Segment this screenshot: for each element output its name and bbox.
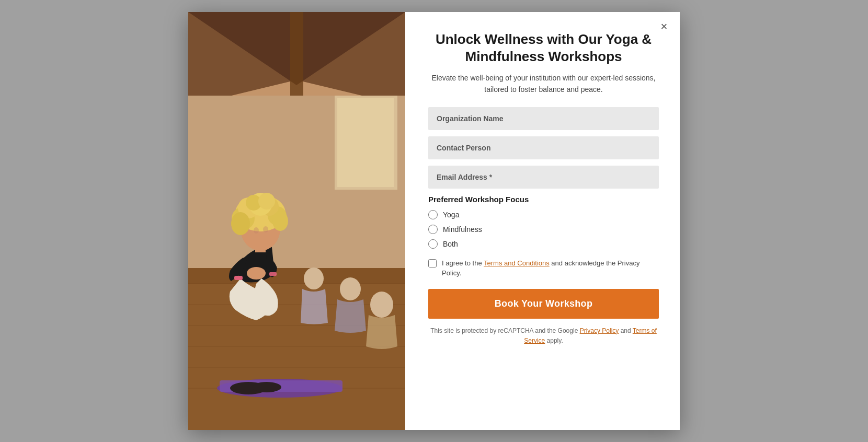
submit-button[interactable]: Book Your Workshop [428, 289, 659, 319]
modal-title: Unlock Wellness with Our Yoga & Mindfuln… [428, 31, 659, 65]
svg-rect-38 [269, 272, 277, 276]
svg-point-19 [304, 267, 324, 289]
radio-mindfulness[interactable] [428, 225, 438, 234]
radio-both[interactable] [428, 239, 438, 249]
close-button[interactable]: × [657, 19, 671, 34]
svg-point-17 [370, 292, 393, 318]
radio-both-item[interactable]: Both [428, 239, 659, 249]
radio-both-label: Both [443, 240, 458, 248]
svg-point-21 [252, 382, 281, 392]
terms-link[interactable]: Terms and Conditions [484, 259, 550, 267]
svg-rect-3 [290, 12, 303, 96]
recaptcha-notice: This site is protected by reCAPTCHA and … [428, 326, 659, 346]
email-input[interactable] [428, 166, 659, 189]
radio-yoga-item[interactable]: Yoga [428, 210, 659, 219]
radio-mindfulness-item[interactable]: Mindfulness [428, 225, 659, 234]
svg-rect-8 [188, 268, 405, 284]
modal-dialog: × Unlock Wellness with Our Yoga & Mindfu… [188, 12, 680, 430]
svg-point-34 [231, 212, 250, 235]
radio-mindfulness-label: Mindfulness [443, 225, 482, 234]
svg-point-22 [247, 267, 266, 280]
terms-label[interactable]: I agree to the Terms and Conditions and … [442, 258, 659, 278]
modal-subtitle: Elevate the well-being of your instituti… [428, 72, 659, 96]
recaptcha-privacy-link[interactable]: Privacy Policy [580, 327, 619, 334]
organization-name-input[interactable] [428, 107, 659, 130]
svg-rect-7 [188, 268, 405, 430]
terms-checkbox-row: I agree to the Terms and Conditions and … [428, 258, 659, 278]
contact-person-input[interactable] [428, 136, 659, 159]
svg-rect-23 [234, 276, 243, 280]
modal-form-panel: × Unlock Wellness with Our Yoga & Mindfu… [405, 12, 680, 430]
booking-form: Preferred Workshop Focus Yoga Mindfulnes… [428, 107, 659, 346]
svg-point-18 [340, 277, 361, 300]
radio-yoga[interactable] [428, 210, 438, 219]
svg-point-36 [254, 227, 259, 234]
svg-point-33 [258, 193, 275, 210]
svg-point-35 [272, 211, 288, 231]
svg-point-37 [263, 226, 268, 232]
radio-yoga-label: Yoga [443, 211, 459, 219]
workshop-focus-label: Preferred Workshop Focus [428, 195, 659, 204]
workshop-focus-radio-group: Yoga Mindfulness Both [428, 210, 659, 249]
modal-overlay: × Unlock Wellness with Our Yoga & Mindfu… [0, 0, 868, 442]
terms-checkbox[interactable] [428, 259, 437, 267]
modal-image-panel [188, 12, 405, 430]
svg-rect-6 [337, 98, 394, 187]
